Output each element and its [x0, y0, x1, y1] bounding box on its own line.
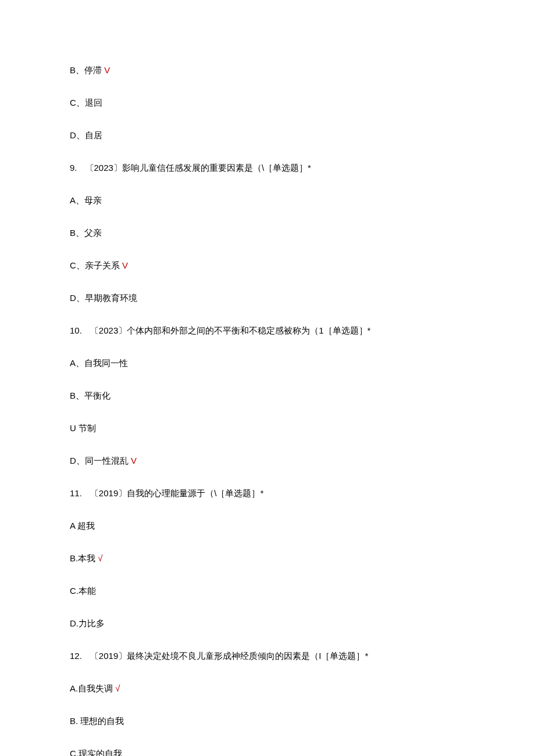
text-line: D、同一性混乱 V — [70, 454, 465, 467]
text-line: 10.〔2023〕个体内部和外部之间的不平衡和不稳定感被称为（1［单选题］* — [70, 324, 465, 336]
text-span: B. 理想的自我 — [70, 716, 124, 726]
correct-mark: V — [122, 260, 128, 270]
text-line: C、亲子关系 V — [70, 259, 465, 271]
correct-mark: √ — [115, 683, 120, 693]
text-line: B. 理想的自我 — [70, 715, 465, 727]
text-line: C.本能 — [70, 585, 465, 597]
correct-mark: √ — [98, 553, 102, 563]
text-span: C、亲子关系 — [70, 260, 122, 270]
question-number: 9. — [70, 163, 77, 173]
text-line: D.力比多 — [70, 617, 465, 629]
text-span: 〔2023〕影响儿童信任感发展的重要因素是（\［单选题］* — [85, 163, 311, 173]
text-line: D、自居 — [70, 129, 465, 141]
text-span: A.自我失调 — [70, 683, 115, 693]
text-line: C.现实的自我 — [70, 747, 465, 756]
text-span: 〔2019〕最终决定处境不良儿童形成神经质倾向的因素是（I［单选题］* — [90, 651, 368, 661]
text-span: C、退回 — [70, 98, 102, 108]
text-line: 12.〔2019〕最终决定处境不良儿童形成神经质倾向的因素是（I［单选题］* — [70, 650, 465, 662]
text-span: D、早期教育环境 — [70, 293, 137, 303]
text-line: 9.〔2023〕影响儿童信任感发展的重要因素是（\［单选题］* — [70, 162, 465, 174]
text-span: B、父亲 — [70, 228, 102, 238]
question-number: 10. — [70, 325, 82, 335]
text-span: 〔2019〕自我的心理能量源于（\［单选题］* — [90, 488, 263, 498]
text-line: B、平衡化 — [70, 389, 465, 402]
text-span: B、停滞 — [70, 65, 104, 75]
text-span: B.本我 — [70, 553, 98, 563]
text-line: B、父亲 — [70, 227, 465, 239]
text-line: A、母亲 — [70, 194, 465, 206]
text-line: A.自我失调 √ — [70, 682, 465, 694]
text-span: U 节制 — [70, 423, 96, 433]
text-span: C.本能 — [70, 586, 96, 596]
text-span: A、母亲 — [70, 195, 102, 205]
text-span: D、自居 — [70, 130, 102, 140]
text-line: D、早期教育环境 — [70, 292, 465, 304]
text-line: U 节制 — [70, 422, 465, 434]
text-span: A、自我同一性 — [70, 358, 128, 368]
correct-mark: V — [131, 456, 137, 465]
text-line: A 超我 — [70, 519, 465, 532]
text-line: 11.〔2019〕自我的心理能量源于（\［单选题］* — [70, 487, 465, 499]
text-span: 〔2023〕个体内部和外部之间的不平衡和不稳定感被称为（1［单选题］* — [90, 325, 371, 335]
text-line: B、停滞 V — [70, 64, 465, 76]
text-line: B.本我 √ — [70, 552, 465, 564]
question-number: 11. — [70, 488, 82, 498]
correct-mark: V — [104, 65, 110, 75]
text-line: C、退回 — [70, 96, 465, 109]
text-span: B、平衡化 — [70, 390, 110, 400]
text-span: D.力比多 — [70, 618, 105, 628]
text-span: C.现实的自我 — [70, 748, 122, 756]
text-span: D、同一性混乱 — [70, 456, 131, 465]
question-number: 12. — [70, 651, 82, 661]
text-span: A 超我 — [70, 521, 95, 531]
document-content: B、停滞 VC、退回D、自居9.〔2023〕影响儿童信任感发展的重要因素是（\［… — [70, 64, 465, 756]
text-line: A、自我同一性 — [70, 357, 465, 369]
